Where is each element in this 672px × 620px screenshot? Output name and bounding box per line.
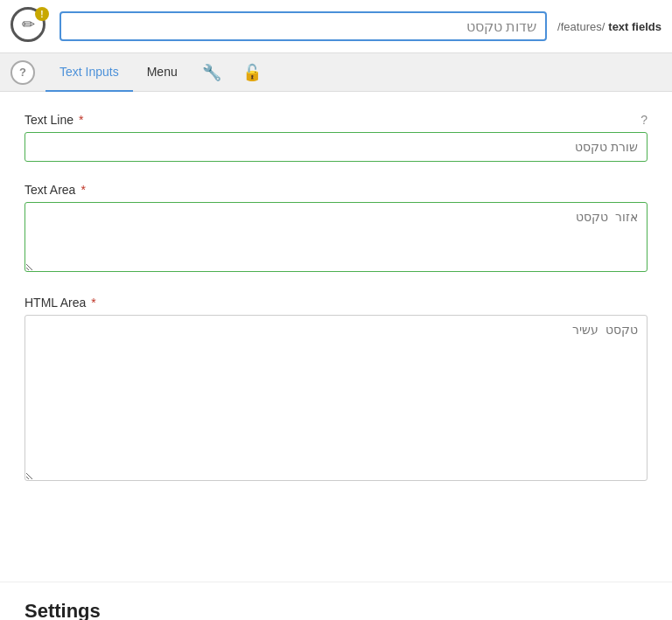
toolbar: ? Text Inputs Menu 🔧 🔓 — [0, 53, 672, 92]
header: ✏ ! /features/ text fields — [0, 0, 672, 53]
html-area-group: HTML Area * — [24, 296, 648, 484]
settings-title: Settings — [24, 600, 648, 620]
breadcrumb-current: text fields — [608, 20, 662, 33]
settings-section: Settings Language עברית (he) × — [0, 582, 672, 620]
text-line-help-icon[interactable]: ? — [640, 113, 648, 127]
text-line-label: Text Line * ? — [24, 113, 648, 127]
html-area-input[interactable] — [24, 315, 648, 481]
main-content: Text Line * ? Text Area * HTML Area * — [0, 92, 672, 582]
wrench-icon[interactable]: 🔧 — [192, 56, 232, 89]
breadcrumb-base: /features/ — [557, 20, 605, 33]
logo: ✏ ! — [10, 7, 49, 45]
search-input[interactable] — [60, 11, 547, 41]
text-area-label: Text Area * — [24, 183, 648, 197]
text-line-required: * — [79, 113, 83, 127]
pencil-icon: ✏ — [22, 15, 35, 34]
text-line-group: Text Line * ? — [24, 113, 648, 162]
unlock-icon[interactable]: 🔓 — [232, 56, 272, 89]
notification-badge: ! — [35, 7, 49, 21]
tab-menu[interactable]: Menu — [133, 53, 192, 92]
text-area-required: * — [80, 183, 85, 197]
help-button[interactable]: ? — [10, 60, 35, 85]
text-area-input[interactable] — [24, 202, 648, 272]
text-area-group: Text Area * — [24, 183, 648, 275]
breadcrumb: /features/ text fields — [557, 20, 662, 33]
html-area-label: HTML Area * — [24, 296, 648, 310]
html-area-required: * — [91, 296, 95, 310]
tab-text-inputs[interactable]: Text Inputs — [46, 53, 133, 92]
text-line-input[interactable] — [24, 132, 648, 162]
